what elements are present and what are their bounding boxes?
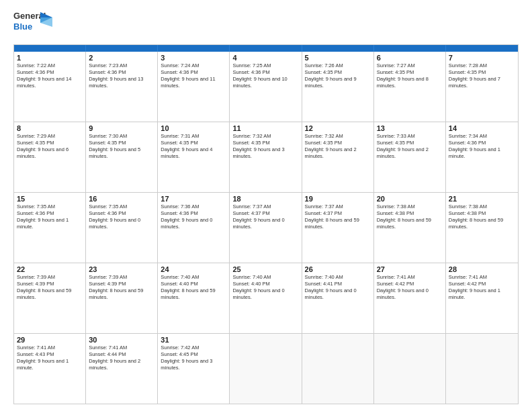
cell-info: Sunrise: 7:38 AMSunset: 4:38 PMDaylight:… — [377, 203, 443, 231]
calendar-cell: 13 Sunrise: 7:33 AMSunset: 4:35 PMDaylig… — [374, 122, 446, 192]
cell-info: Sunrise: 7:35 AMSunset: 4:36 PMDaylight:… — [89, 203, 154, 231]
calendar-cell: 25 Sunrise: 7:40 AMSunset: 4:40 PMDaylig… — [230, 263, 302, 333]
calendar-cell: 2 Sunrise: 7:23 AMSunset: 4:36 PMDayligh… — [86, 52, 158, 122]
day-number: 27 — [377, 265, 443, 273]
calendar-cell: 6 Sunrise: 7:27 AMSunset: 4:35 PMDayligh… — [374, 52, 446, 122]
day-number: 15 — [17, 195, 83, 203]
cell-info: Sunrise: 7:27 AMSunset: 4:35 PMDaylight:… — [377, 62, 443, 90]
calendar-cell: 4 Sunrise: 7:25 AMSunset: 4:36 PMDayligh… — [230, 52, 302, 122]
day-number: 16 — [89, 195, 154, 203]
calendar-cell: 27 Sunrise: 7:41 AMSunset: 4:42 PMDaylig… — [374, 263, 446, 333]
header-thursday — [302, 45, 374, 52]
calendar-cell: 28 Sunrise: 7:41 AMSunset: 4:42 PMDaylig… — [446, 263, 518, 333]
calendar-cell: 20 Sunrise: 7:38 AMSunset: 4:38 PMDaylig… — [374, 193, 446, 263]
cell-info: Sunrise: 7:32 AMSunset: 4:35 PMDaylight:… — [232, 133, 298, 161]
day-number: 28 — [449, 265, 515, 273]
calendar-row: 1 Sunrise: 7:22 AMSunset: 4:36 PMDayligh… — [14, 52, 518, 122]
calendar-cell — [302, 334, 374, 404]
cell-info: Sunrise: 7:24 AMSunset: 4:36 PMDaylight:… — [161, 62, 226, 90]
calendar-cell: 29 Sunrise: 7:41 AMSunset: 4:43 PMDaylig… — [14, 334, 86, 404]
calendar-cell — [374, 334, 446, 404]
cell-info: Sunrise: 7:40 AMSunset: 4:40 PMDaylight:… — [161, 274, 226, 302]
day-number: 10 — [161, 124, 226, 132]
cell-info: Sunrise: 7:37 AMSunset: 4:37 PMDaylight:… — [305, 203, 371, 231]
calendar-cell: 30 Sunrise: 7:41 AMSunset: 4:44 PMDaylig… — [86, 334, 158, 404]
calendar-cell: 8 Sunrise: 7:29 AMSunset: 4:35 PMDayligh… — [14, 122, 86, 192]
cell-info: Sunrise: 7:39 AMSunset: 4:39 PMDaylight:… — [17, 274, 83, 302]
cell-info: Sunrise: 7:32 AMSunset: 4:35 PMDaylight:… — [305, 133, 371, 161]
header-sunday — [14, 45, 86, 52]
day-number: 21 — [449, 195, 515, 203]
calendar-header — [14, 45, 518, 52]
cell-info: Sunrise: 7:35 AMSunset: 4:36 PMDaylight:… — [17, 203, 83, 231]
calendar-cell: 15 Sunrise: 7:35 AMSunset: 4:36 PMDaylig… — [14, 193, 86, 263]
cell-info: Sunrise: 7:40 AMSunset: 4:41 PMDaylight:… — [305, 274, 371, 302]
cell-info: Sunrise: 7:22 AMSunset: 4:36 PMDaylight:… — [17, 62, 83, 90]
calendar-cell — [446, 334, 518, 404]
cell-info: Sunrise: 7:38 AMSunset: 4:38 PMDaylight:… — [449, 203, 515, 231]
calendar-cell: 1 Sunrise: 7:22 AMSunset: 4:36 PMDayligh… — [14, 52, 86, 122]
day-number: 30 — [89, 336, 154, 344]
calendar-cell: 22 Sunrise: 7:39 AMSunset: 4:39 PMDaylig… — [14, 263, 86, 333]
header: General Blue — [13, 11, 519, 39]
calendar-cell: 26 Sunrise: 7:40 AMSunset: 4:41 PMDaylig… — [302, 263, 374, 333]
cell-info: Sunrise: 7:23 AMSunset: 4:36 PMDaylight:… — [89, 62, 154, 90]
day-number: 12 — [305, 124, 371, 132]
cell-info: Sunrise: 7:41 AMSunset: 4:42 PMDaylight:… — [449, 274, 515, 302]
calendar-cell: 19 Sunrise: 7:37 AMSunset: 4:37 PMDaylig… — [302, 193, 374, 263]
calendar-cell: 17 Sunrise: 7:36 AMSunset: 4:36 PMDaylig… — [158, 193, 230, 263]
day-number: 7 — [449, 54, 515, 62]
header-friday — [374, 45, 446, 52]
calendar-row: 22 Sunrise: 7:39 AMSunset: 4:39 PMDaylig… — [14, 263, 518, 334]
calendar-cell: 31 Sunrise: 7:42 AMSunset: 4:45 PMDaylig… — [158, 334, 230, 404]
cell-info: Sunrise: 7:41 AMSunset: 4:42 PMDaylight:… — [377, 274, 443, 302]
day-number: 4 — [232, 54, 298, 62]
calendar-cell: 7 Sunrise: 7:28 AMSunset: 4:35 PMDayligh… — [446, 52, 518, 122]
calendar: 1 Sunrise: 7:22 AMSunset: 4:36 PMDayligh… — [13, 44, 519, 404]
cell-info: Sunrise: 7:33 AMSunset: 4:35 PMDaylight:… — [377, 133, 443, 161]
day-number: 3 — [161, 54, 226, 62]
cell-info: Sunrise: 7:42 AMSunset: 4:45 PMDaylight:… — [161, 345, 226, 372]
cell-info: Sunrise: 7:37 AMSunset: 4:37 PMDaylight:… — [232, 203, 298, 231]
calendar-cell: 5 Sunrise: 7:26 AMSunset: 4:35 PMDayligh… — [302, 52, 374, 122]
svg-marker-1 — [40, 17, 52, 27]
cell-info: Sunrise: 7:25 AMSunset: 4:36 PMDaylight:… — [232, 62, 298, 90]
day-number: 5 — [305, 54, 371, 62]
cell-info: Sunrise: 7:40 AMSunset: 4:40 PMDaylight:… — [232, 274, 298, 302]
calendar-cell: 24 Sunrise: 7:40 AMSunset: 4:40 PMDaylig… — [158, 263, 230, 333]
day-number: 1 — [17, 54, 83, 62]
calendar-cell: 9 Sunrise: 7:30 AMSunset: 4:35 PMDayligh… — [86, 122, 158, 192]
day-number: 9 — [89, 124, 154, 132]
calendar-cell — [230, 334, 302, 404]
day-number: 2 — [89, 54, 154, 62]
page: General Blue 1 Sunrise: 7:22 AMSunset: 4… — [0, 0, 532, 411]
calendar-cell: 12 Sunrise: 7:32 AMSunset: 4:35 PMDaylig… — [302, 122, 374, 192]
day-number: 26 — [305, 265, 371, 273]
day-number: 31 — [161, 336, 226, 344]
day-number: 14 — [449, 124, 515, 132]
cell-info: Sunrise: 7:41 AMSunset: 4:44 PMDaylight:… — [89, 345, 154, 372]
calendar-cell: 23 Sunrise: 7:39 AMSunset: 4:39 PMDaylig… — [86, 263, 158, 333]
day-number: 13 — [377, 124, 443, 132]
calendar-cell: 21 Sunrise: 7:38 AMSunset: 4:38 PMDaylig… — [446, 193, 518, 263]
calendar-body: 1 Sunrise: 7:22 AMSunset: 4:36 PMDayligh… — [14, 52, 518, 404]
cell-info: Sunrise: 7:28 AMSunset: 4:35 PMDaylight:… — [449, 62, 515, 90]
logo-container: General Blue — [13, 11, 47, 39]
calendar-cell: 16 Sunrise: 7:35 AMSunset: 4:36 PMDaylig… — [86, 193, 158, 263]
day-number: 25 — [232, 265, 298, 273]
cell-info: Sunrise: 7:41 AMSunset: 4:43 PMDaylight:… — [17, 345, 83, 372]
cell-info: Sunrise: 7:34 AMSunset: 4:36 PMDaylight:… — [449, 133, 515, 161]
day-number: 18 — [232, 195, 298, 203]
day-number: 22 — [17, 265, 83, 273]
cell-info: Sunrise: 7:36 AMSunset: 4:36 PMDaylight:… — [161, 203, 226, 231]
day-number: 29 — [17, 336, 83, 344]
day-number: 8 — [17, 124, 83, 132]
calendar-cell: 3 Sunrise: 7:24 AMSunset: 4:36 PMDayligh… — [158, 52, 230, 122]
day-number: 11 — [232, 124, 298, 132]
header-monday — [86, 45, 158, 52]
day-number: 24 — [161, 265, 226, 273]
calendar-cell: 14 Sunrise: 7:34 AMSunset: 4:36 PMDaylig… — [446, 122, 518, 192]
cell-info: Sunrise: 7:39 AMSunset: 4:39 PMDaylight:… — [89, 274, 154, 302]
day-number: 19 — [305, 195, 371, 203]
logo-arrow — [40, 12, 52, 27]
